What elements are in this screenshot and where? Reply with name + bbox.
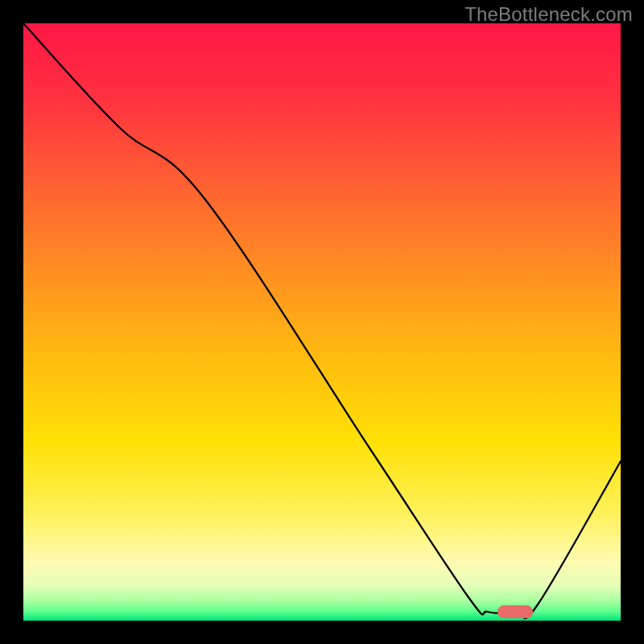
watermark-label: TheBottleneck.com bbox=[464, 3, 633, 26]
gradient-background bbox=[23, 23, 621, 621]
chart-frame: TheBottleneck.com bbox=[0, 0, 644, 644]
bottleneck-plot bbox=[23, 23, 621, 621]
optimal-marker bbox=[497, 605, 533, 618]
